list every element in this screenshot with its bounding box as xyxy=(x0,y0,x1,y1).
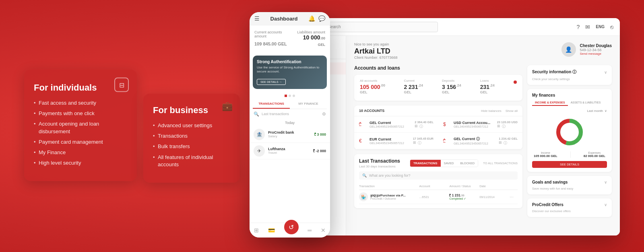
donut-svg xyxy=(553,116,586,148)
card-icon: ⊟ xyxy=(114,78,129,92)
copy-icon[interactable]: ⊞ xyxy=(413,140,416,146)
copy-icon[interactable]: ⊞ xyxy=(499,140,502,146)
info-icon[interactable]: ⓘ xyxy=(419,124,423,129)
all-accounts-item: All accounts 105 000.00 GEL xyxy=(360,79,392,97)
phone-tx-amount: ₾ 3 000 xyxy=(314,132,326,136)
individual-card-title: For individuals xyxy=(34,83,127,93)
phone-bottom-bar: ⊞ 💳 ↺ ═ ✕ xyxy=(250,223,330,238)
card-bottom-icon[interactable]: 💳 xyxy=(268,227,275,233)
feature-item: Advanced user settings xyxy=(153,122,230,129)
phone-mockup: ☰ Dashboard 🔔 💬 Current accounts amount … xyxy=(250,12,330,238)
finance-tabs: INCOME & EXPENSES ASSETS & LIABILITIES xyxy=(532,100,607,106)
account-info: GEL Current GEL34049523450657212 xyxy=(369,121,411,128)
feature-item: High level security xyxy=(34,159,127,167)
phone-tab-myfinance[interactable]: MY FINANCE xyxy=(290,99,327,109)
usd-icon: $ xyxy=(443,122,450,127)
chevron-down-icon: ∨ xyxy=(605,109,607,113)
phone-tx-details: Lufthanza Travel xyxy=(268,147,285,155)
donut-chart xyxy=(532,116,607,148)
loans-value: 231.24 GEL xyxy=(480,83,502,97)
user-name: Chester Douglas xyxy=(580,43,612,48)
finances-title: My finances xyxy=(532,93,555,97)
goals-title: Goals and savings xyxy=(532,180,568,184)
info-icon[interactable]: ⓘ xyxy=(502,124,506,129)
feature-item: Bulk transfers xyxy=(153,143,230,150)
desktop-topbar: ProCredit Bank 🔍 Search ? ✉ ENG ⎋ xyxy=(282,18,620,36)
desktop-search[interactable]: 🔍 Search xyxy=(317,22,438,32)
grid-icon[interactable]: ⊞ xyxy=(254,227,259,233)
tx-status: Completed ✓ xyxy=(449,197,479,200)
hide-balances-link[interactable]: Hide balances xyxy=(481,109,502,113)
business-features-list: Advanced user settings Transactions Bulk… xyxy=(153,122,230,168)
feature-cards-area: ⊟ For individuals Fast access and securi… xyxy=(24,70,240,183)
bank-icon: 🏦 xyxy=(254,129,265,140)
offers-subtitle: Discover our exclusive offers xyxy=(532,209,607,213)
tab-saved[interactable]: SAVED xyxy=(441,160,457,167)
phone-date-label: Today xyxy=(250,119,330,126)
legend-income: Income 105 000.00 GEL xyxy=(534,151,557,158)
phone-header: ☰ Dashboard 🔔 💬 xyxy=(250,12,330,25)
filter-icon: ⚙ xyxy=(322,112,326,117)
logout-icon[interactable]: ⎋ xyxy=(610,24,613,30)
col-left: Accounts and loans All accounts 105 000.… xyxy=(354,65,522,217)
info-icon[interactable]: ⓘ xyxy=(504,140,507,146)
mail-icon[interactable]: ✉ xyxy=(585,24,590,30)
desktop-topbar-right: ? ✉ ENG ⎋ xyxy=(577,24,613,30)
tx-date: 09/11/2014 xyxy=(479,195,510,199)
accounts-summary-bar: All accounts 105 000.00 GEL Current 2 23… xyxy=(354,75,522,101)
tx-all-link[interactable]: TO ALL TRANSACTIONS xyxy=(483,161,518,165)
send-message-link[interactable]: Send message xyxy=(580,52,612,56)
deposits-item: Deposits 3 156.24 GEL xyxy=(442,79,468,97)
dot-active xyxy=(285,95,287,97)
show-all-link[interactable]: Show all xyxy=(506,109,518,113)
bell-icon: 🔔 xyxy=(308,15,315,22)
tx-merchant-details: ყიდვა/Purchase via P... ProCredit / Outc… xyxy=(370,194,406,200)
feature-item: Payment card management xyxy=(34,138,127,145)
security-subtitle: Check your security settings xyxy=(532,77,607,81)
finance-tab-income[interactable]: INCOME & EXPENSES xyxy=(532,100,568,106)
help-icon[interactable]: ? xyxy=(577,24,580,30)
gel2-icon: ₾ xyxy=(443,138,450,144)
account-info: USD Current Accou... GEL3404952345065721… xyxy=(454,121,494,128)
close-bottom-icon[interactable]: ✕ xyxy=(321,227,326,233)
user-details: Chester Douglas 549-12-34-56 Send messag… xyxy=(580,43,612,56)
finance-tab-assets[interactable]: ASSETS & LIABILITIES xyxy=(568,100,604,106)
account-row-right: 23 120.00 USD ⊞ⓘ xyxy=(497,120,518,129)
phone-strong-auth-banner: Strong Authentification Use the service … xyxy=(253,56,327,89)
security-widget-header: Security information ⓘ ∨ xyxy=(532,69,607,75)
tab-transactions[interactable]: TRANSACTIONS xyxy=(410,160,441,167)
feature-item: Fast access and security xyxy=(34,99,127,107)
phone-tx-details: ProCredit bank Salary xyxy=(268,130,294,138)
search-icon: 🔍 xyxy=(254,112,259,117)
offers-widget: ProCredit Offers ∨ Discover our exclusiv… xyxy=(527,198,612,217)
tx-account: ...6521 xyxy=(419,195,450,199)
copy-icon[interactable]: ⊞ xyxy=(415,124,418,129)
hamburger-icon: ☰ xyxy=(254,15,260,22)
accounts-dot-indicator xyxy=(514,81,517,84)
welcome-row: Nice to see you again Artkai LTD Client … xyxy=(354,42,612,60)
payment-icon[interactable]: ═ xyxy=(308,227,312,233)
tx-header: Last Transactions Last 30 days transacti… xyxy=(359,158,518,168)
tx-action-icon[interactable]: ⋯ xyxy=(510,195,518,199)
phone-banner-text: Use the service of Strong Authentificati… xyxy=(257,66,323,74)
welcome-user-info: 👤 Chester Douglas 549-12-34-56 Send mess… xyxy=(561,42,612,57)
phone-tx-row: ✈ Lufthanza Travel ₾ -2 000 xyxy=(250,143,330,159)
see-details-button[interactable]: SEE DETAILS xyxy=(532,161,607,168)
copy-icon[interactable]: ⊞ xyxy=(497,124,500,129)
feature-item: Account opening and loan disbursement xyxy=(34,120,127,135)
finances-widget: My finances INCOME & EXPENSES ASSETS & L… xyxy=(527,89,612,172)
loans-item: Loans 231.24 GEL xyxy=(480,79,502,97)
language-selector[interactable]: ENG xyxy=(596,25,605,29)
phone-tab-transactions[interactable]: TRANSACTIONS xyxy=(253,99,290,109)
transfer-button[interactable]: ↺ xyxy=(284,220,299,234)
phone-balance-row: Current accounts amount 109 845.00 GEL L… xyxy=(254,30,325,48)
tx-title: Last Transactions xyxy=(359,158,400,164)
offers-title: ProCredit Offers xyxy=(532,202,564,207)
chevron-down-icon: ∨ xyxy=(604,202,607,207)
phone-tabs: TRANSACTIONS MY FINANCE xyxy=(253,99,327,109)
info-icon[interactable]: ⓘ xyxy=(418,140,421,146)
plane-icon: ✈ xyxy=(254,145,265,157)
tab-blocked[interactable]: BLOCKED xyxy=(457,160,478,167)
account-row-right: 1 234.42 GEL ⊞ⓘ xyxy=(499,136,518,146)
phone-banner-btn[interactable]: SEE DETAILS → xyxy=(257,79,286,85)
